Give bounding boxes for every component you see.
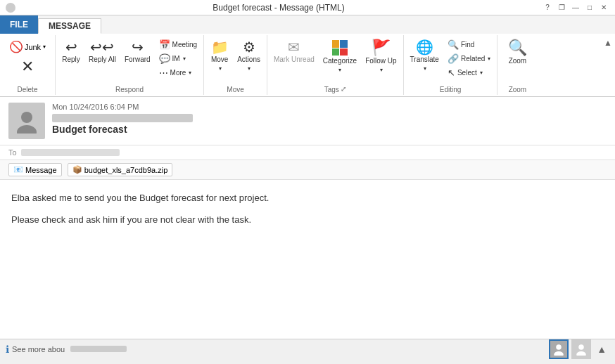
select-dropdown-arrow[interactable]: ▾ (480, 70, 483, 76)
svg-point-5 (576, 351, 586, 356)
window-title: Budget forecast - Message (HTML) (15, 3, 542, 13)
actions-dropdown-arrow[interactable]: ▾ (248, 65, 251, 72)
ribbon-group-zoom: 🔍 Zoom Zoom (497, 35, 537, 95)
editing-group-label: Editing (440, 84, 462, 93)
editing-small-buttons: 🔍 Find 🔗 Related ▾ ↖ Select ▾ (444, 38, 494, 79)
find-icon: 🔍 (448, 39, 459, 50)
respond-small-buttons: 📅 Meeting 💬 IM ▾ ⋯ More ▾ (156, 38, 201, 79)
status-blur (70, 346, 127, 352)
categorize-icon (332, 40, 348, 56)
move-icon: 📁 (211, 40, 229, 54)
ribbon-tabs: FILE MESSAGE (0, 15, 615, 34)
forward-icon: ↪ (132, 40, 144, 54)
select-button[interactable]: ↖ Select ▾ (444, 66, 494, 79)
reply-button[interactable]: ↩ Reply (58, 38, 84, 66)
message-subject: Budget forecast (52, 124, 607, 135)
to-label: To (8, 148, 17, 157)
delete-button[interactable]: ✕ (3, 57, 52, 77)
find-button[interactable]: 🔍 Find (444, 38, 494, 51)
attachment-zip-icon: 📦 (72, 165, 82, 174)
minimize-btn[interactable]: — (570, 2, 581, 13)
status-bar: ℹ See more abou ▲ (0, 339, 615, 358)
sender-blur-placeholder (52, 114, 193, 122)
attachment-zip-label: budget_xls_a7cdb9a.zip (84, 166, 168, 174)
im-button[interactable]: 💬 IM ▾ (156, 52, 201, 65)
message-date: Mon 10/24/2016 6:04 PM (52, 103, 607, 111)
actions-button[interactable]: ⚙ Actions ▾ (234, 38, 264, 74)
title-bar: Budget forecast - Message (HTML) ? ❐ — □… (0, 0, 615, 15)
mark-unread-icon: ✉ (288, 40, 300, 54)
svg-point-0 (21, 112, 32, 123)
respond-group-label: Respond (115, 84, 144, 93)
help-btn[interactable]: ? (542, 2, 553, 13)
meeting-button[interactable]: 📅 Meeting (156, 38, 201, 51)
im-icon: 💬 (159, 53, 170, 64)
info-icon: ℹ (6, 344, 9, 355)
translate-button[interactable]: 🌐 Translate ▾ (407, 38, 443, 74)
related-icon: 🔗 (448, 53, 459, 64)
ribbon-collapse-icon[interactable]: ▲ (604, 38, 612, 48)
close-btn[interactable]: ✕ (598, 2, 609, 13)
zoom-group-label: Zoom (509, 84, 527, 93)
message-area: Mon 10/24/2016 6:04 PM Budget forecast T… (0, 97, 615, 339)
mark-unread-button[interactable]: ✉ Mark Unread (270, 38, 318, 66)
forward-button[interactable]: ↪ Forward (121, 38, 154, 66)
contact-thumb-2[interactable] (571, 339, 591, 359)
delete-icon: ✕ (21, 59, 34, 74)
message-header: Mon 10/24/2016 6:04 PM Budget forecast (0, 97, 615, 145)
sender-avatar (8, 103, 45, 139)
reply-all-button[interactable]: ↩↩ Reply All (85, 38, 120, 66)
move-button[interactable]: 📁 Move ▾ (207, 38, 232, 74)
categorize-dropdown-arrow[interactable]: ▾ (338, 67, 341, 73)
ribbon-group-tags: ✉ Mark Unread Categorize ▾ 🚩 Follow Up ▾ (267, 35, 404, 95)
follow-up-button[interactable]: 🚩 Follow Up ▾ (362, 38, 400, 75)
meeting-icon: 📅 (159, 39, 170, 50)
contact-thumb-1[interactable] (549, 339, 569, 359)
translate-dropdown-arrow[interactable]: ▾ (424, 65, 426, 72)
im-dropdown-arrow[interactable]: ▾ (183, 56, 186, 62)
more-dropdown-arrow[interactable]: ▾ (189, 70, 191, 76)
svg-point-2 (556, 344, 562, 350)
related-button[interactable]: 🔗 Related ▾ (444, 52, 494, 65)
attachment-zip[interactable]: 📦 budget_xls_a7cdb9a.zip (68, 163, 173, 176)
message-to-line: To (0, 145, 615, 160)
status-collapse-btn[interactable]: ▲ (594, 342, 609, 356)
more-icon: ⋯ (159, 67, 168, 78)
sender-name (52, 112, 607, 122)
recipient-blur (21, 149, 120, 156)
related-dropdown-arrow[interactable]: ▾ (488, 56, 490, 62)
ribbon-group-delete: 🚫 Junk ▾ ✕ Delete (0, 35, 56, 95)
junk-button[interactable]: 🚫 Junk ▾ (6, 38, 49, 56)
tags-expand-icon[interactable]: ⤢ (341, 85, 346, 93)
follow-up-icon: 🚩 (372, 40, 391, 56)
body-paragraph-1: Elba asked me to send you the Budget for… (11, 191, 604, 206)
status-right: ▲ (549, 339, 609, 359)
select-icon: ↖ (448, 67, 455, 78)
delete-group-label: Delete (18, 84, 38, 93)
translate-icon: 🌐 (416, 40, 433, 54)
ribbon-group-move: 📁 Move ▾ ⚙ Actions ▾ Move (204, 35, 267, 95)
see-more-label: See more abou (12, 345, 65, 353)
ribbon: 🚫 Junk ▾ ✕ Delete ↩ Reply ↩↩ Reply All (0, 34, 615, 97)
ribbon-group-respond: ↩ Reply ↩↩ Reply All ↪ Forward 📅 Meeting (56, 35, 204, 95)
maximize-btn[interactable]: □ (584, 2, 595, 13)
status-left: ℹ See more abou (6, 344, 127, 355)
followup-dropdown-arrow[interactable]: ▾ (380, 67, 383, 73)
tab-message[interactable]: MESSAGE (38, 18, 101, 34)
attachments-bar: 📧 Message 📦 budget_xls_a7cdb9a.zip (0, 160, 615, 180)
svg-point-4 (578, 344, 584, 350)
tags-group-label: Tags (324, 84, 339, 93)
reply-icon: ↩ (65, 40, 77, 54)
attachment-message[interactable]: 📧 Message (8, 163, 62, 176)
restore-btn[interactable]: ❐ (556, 2, 567, 13)
more-button[interactable]: ⋯ More ▾ (156, 66, 201, 79)
tab-file[interactable]: FILE (0, 15, 38, 34)
move-dropdown-arrow[interactable]: ▾ (219, 65, 222, 72)
categorize-button[interactable]: Categorize ▾ (319, 38, 360, 75)
zoom-button[interactable]: 🔍 Zoom (505, 38, 531, 67)
ribbon-group-editing: 🌐 Translate ▾ 🔍 Find 🔗 Related ▾ ↖ Selec… (404, 35, 498, 95)
move-group-label: Move (227, 84, 243, 93)
message-meta: Mon 10/24/2016 6:04 PM Budget forecast (52, 103, 607, 135)
attachment-message-label: Message (25, 166, 57, 174)
junk-dropdown-arrow[interactable]: ▾ (43, 44, 46, 50)
